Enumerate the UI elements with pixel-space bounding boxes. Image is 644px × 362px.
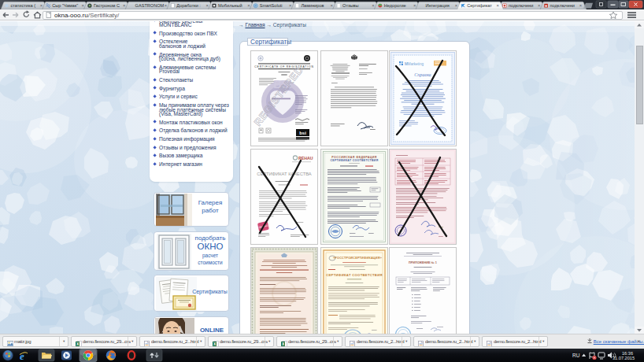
svg-text:×: × xyxy=(496,3,498,8)
svg-text:×: × xyxy=(40,3,43,8)
svg-text:подключени: подключени xyxy=(550,3,575,8)
svg-text:×: × xyxy=(538,3,540,8)
svg-text:×: × xyxy=(331,3,333,8)
svg-text:CERTIFICATE OF REGISTRATION: CERTIFICATE OF REGISTRATION xyxy=(254,65,313,68)
svg-text:Сыр "Чамак": Сыр "Чамак" xyxy=(52,3,78,8)
svg-text:okna-ooo.ru/Sertifikaty/: okna-ooo.ru/Sertifikaty/ xyxy=(54,12,120,19)
svg-text:подключени: подключени xyxy=(509,3,533,8)
svg-text:Интеграция: Интеграция xyxy=(426,3,450,8)
svg-text:Гастроном С: Гастроном С xyxy=(94,3,120,8)
svg-text:×: × xyxy=(206,3,209,8)
svg-text:ПРИЛОЖЕНИЕ № 1: ПРИЛОЖЕНИЕ № 1 xyxy=(409,261,437,264)
svg-text:e: e xyxy=(20,350,24,362)
svg-text:×: × xyxy=(247,3,250,8)
svg-text:×: × xyxy=(579,3,582,8)
svg-text:×: × xyxy=(123,3,125,8)
svg-text:Сертификат: Сертификат xyxy=(467,3,492,8)
svg-text:СЕРТИФИКАТ СООТВЕТСТВИЯ: СЕРТИФИКАТ СООТВЕТСТВИЯ xyxy=(331,159,379,162)
svg-text:×: × xyxy=(372,3,374,8)
svg-text:×: × xyxy=(455,3,457,8)
svg-text:Недорогие: Недорогие xyxy=(384,3,406,8)
svg-text:×: × xyxy=(289,3,291,8)
svg-text:статистика (: статистика ( xyxy=(11,3,36,8)
svg-text:Мобильный: Мобильный xyxy=(218,3,242,8)
svg-text:×: × xyxy=(165,3,167,8)
svg-text:×: × xyxy=(81,3,83,8)
svg-text:Справка: Справка xyxy=(414,72,431,77)
svg-text:GASTRONOM: GASTRONOM xyxy=(135,3,165,8)
svg-text:«РОССТРОЙСЕРТИФИКАЦИЯ»: «РОССТРОЙСЕРТИФИКАЦИЯ» xyxy=(333,257,382,260)
svg-text:Доработки :: Доработки : xyxy=(176,3,201,8)
svg-text:bsi: bsi xyxy=(299,131,306,135)
svg-text:×: × xyxy=(413,3,416,8)
svg-text:RU: RU xyxy=(572,353,580,358)
svg-text:Отзывы: Отзывы xyxy=(342,3,359,8)
svg-text:31.07.2015: 31.07.2015 xyxy=(613,356,635,360)
svg-text:SmartSoluti: SmartSoluti xyxy=(260,3,283,8)
svg-text:16:36: 16:36 xyxy=(622,351,633,356)
svg-text:СЕРТИФИКАТ СООТВЕТСТВИЯ: СЕРТИФИКАТ СООТВЕТСТВИЯ xyxy=(326,273,383,277)
svg-text:REHAU: REHAU xyxy=(298,156,313,161)
svg-text:РОССИЙСКАЯ ФЕДЕРАЦИЯ: РОССИЙСКАЯ ФЕДЕРАЦИЯ xyxy=(331,156,376,159)
svg-text:MMarketing: MMarketing xyxy=(405,62,424,66)
svg-text:Ламиниров: Ламиниров xyxy=(301,3,324,8)
